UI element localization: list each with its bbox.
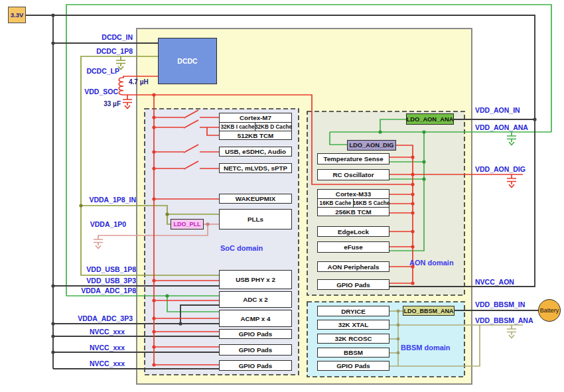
pin-label-vdda-1p0: VDDA_1P0 bbox=[70, 220, 126, 228]
pin-label-nvcc-2: NVCC_xxx bbox=[66, 344, 125, 352]
inductor-value-label: 4.7 µH bbox=[129, 78, 149, 86]
block-soc-gpio-pads-3: GPIO Pads bbox=[219, 360, 292, 371]
block-wakeupmix: WAKEUPMIX bbox=[219, 194, 292, 204]
block-bbsm-gpio-pads: GPIO Pads bbox=[317, 361, 389, 371]
block-16kb-s-cache: 16KB S Cache bbox=[353, 198, 389, 208]
power-architecture-diagram: 3.3V Battery DCDC 4.7 µH 33 µF DCDC_IN D… bbox=[0, 0, 564, 392]
pin-label-vdda-adc-3p3: VDDA_ADC_3P3 bbox=[66, 314, 133, 322]
block-ldo-bbsm-ana: LDO_BBSM_ANA bbox=[403, 306, 455, 316]
pin-label-vdd-usb-1p8: VDD_USB_1P8 bbox=[70, 265, 136, 273]
block-cortex-m7: Cortex-M7 bbox=[219, 113, 292, 123]
soc-domain-label: SoC domain bbox=[220, 244, 263, 252]
block-rc-oscillator: RC Oscillator bbox=[317, 169, 389, 180]
pin-label-nvcc-1: NVCC_xxx bbox=[66, 328, 125, 336]
pin-label-dcdc-1p8: DCDC_1P8 bbox=[66, 47, 133, 55]
block-cortex-m33: Cortex-M33 bbox=[317, 189, 389, 199]
block-ldo-aon-ana: LDO_AON_ANA bbox=[406, 113, 454, 125]
bbsm-domain-label: BBSM domain bbox=[401, 344, 451, 352]
pin-label-vdd-aon-ana: VDD_AON_ANA bbox=[475, 123, 528, 131]
block-usb-esdhc-audio: USB, eSDHC, Audio bbox=[219, 147, 292, 157]
block-dcache: 32KB D Cache bbox=[255, 122, 292, 131]
aon-domain-label: AON domain bbox=[409, 259, 454, 267]
supply-3v3-label: 3.3V bbox=[11, 11, 24, 19]
bulk-cap-value-label: 33 µF bbox=[78, 100, 121, 107]
block-acmp: ACMP x 4 bbox=[219, 310, 292, 327]
block-ldo-aon-dig: LDO_AON_DIG bbox=[347, 140, 396, 151]
pin-label-vdd-bbsm-in: VDD_BBSM_IN bbox=[475, 300, 525, 308]
block-adc: ADC x 2 bbox=[219, 291, 292, 308]
block-aon-peripherals: AON Peripherals bbox=[317, 261, 389, 272]
block-32k-rcosc: 32K RCOSC bbox=[317, 334, 389, 344]
pin-label-vdd-aon-dig: VDD_AON_DIG bbox=[475, 165, 526, 173]
block-usb-phy: USB PHY x 2 bbox=[219, 270, 292, 289]
block-soc-gpio-pads-2: GPIO Pads bbox=[219, 344, 292, 356]
block-bbsm: BBSM bbox=[317, 348, 389, 358]
pin-label-nvcc-aon: NVCC_AON bbox=[475, 278, 514, 286]
pin-label-vdd-soc: VDD_SOC bbox=[60, 88, 118, 96]
block-edgelock: EdgeLock bbox=[317, 226, 389, 237]
block-dryice: DRYICE bbox=[317, 306, 389, 316]
block-efuse: eFuse bbox=[317, 241, 389, 253]
pin-label-nvcc-3: NVCC_xxx bbox=[66, 359, 125, 367]
pin-label-vdd-usb-3p3: VDD_USB_3P3 bbox=[70, 277, 136, 285]
block-dcdc: DCDC bbox=[158, 38, 217, 84]
block-temperature-sense: Temperature Sense bbox=[317, 153, 389, 164]
pin-label-vdda-adc-1p8: VDDA_ADC_1P8 bbox=[66, 287, 136, 294]
supply-3v3-box: 3.3V bbox=[8, 7, 26, 23]
block-soc-gpio-pads-1: GPIO Pads bbox=[219, 329, 292, 339]
block-ldo-pll: LDO_PLL bbox=[171, 219, 204, 229]
block-icache: 32KB I cache bbox=[219, 122, 256, 131]
dcdc-label: DCDC bbox=[177, 57, 197, 65]
pin-label-vdda-1p8-in: VDDA_1P8_IN bbox=[70, 196, 136, 204]
battery-label: Battery bbox=[540, 307, 559, 314]
pin-label-dcdc-in: DCDC_IN bbox=[66, 33, 133, 41]
block-netc-mlvds-sptp: NETC, mLVDS, sPTP bbox=[219, 163, 292, 173]
pin-label-vdd-bbsm-ana: VDD_BBSM_ANA bbox=[475, 316, 533, 324]
block-aon-gpio-pads: GPIO Pads bbox=[317, 279, 389, 290]
block-32k-xtal: 32K XTAL bbox=[317, 320, 389, 330]
pin-label-vdd-aon-in: VDD_AON_IN bbox=[475, 106, 520, 114]
block-512kb-tcm: 512KB TCM bbox=[219, 131, 292, 140]
battery: Battery bbox=[538, 299, 561, 322]
block-plls: PLLs bbox=[219, 209, 292, 229]
block-16kb-cache: 16KB Cache bbox=[317, 198, 354, 208]
block-256kb-tcm: 256KB TCM bbox=[317, 207, 389, 216]
pin-label-dcdc-lp: DCDC_LP bbox=[63, 67, 119, 75]
